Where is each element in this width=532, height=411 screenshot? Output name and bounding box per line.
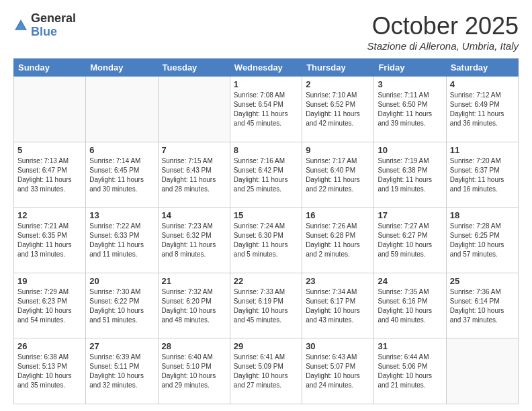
day-number: 9 — [306, 145, 370, 155]
day-info: Sunrise: 7:27 AM Sunset: 6:27 PM Dayligh… — [378, 222, 442, 259]
day-info: Sunrise: 7:33 AM Sunset: 6:19 PM Dayligh… — [234, 287, 298, 325]
day-number: 31 — [378, 341, 442, 351]
day-info: Sunrise: 7:21 AM Sunset: 6:35 PM Dayligh… — [17, 222, 82, 259]
day-number: 23 — [306, 276, 370, 286]
logo-blue: Blue — [31, 25, 57, 38]
day-cell: 25Sunrise: 7:36 AM Sunset: 6:14 PM Dayli… — [446, 273, 518, 338]
day-cell: 22Sunrise: 7:33 AM Sunset: 6:19 PM Dayli… — [230, 273, 302, 338]
header: General Blue October 2025 Stazione di Al… — [13, 12, 519, 52]
day-number: 5 — [17, 145, 82, 155]
day-info: Sunrise: 7:35 AM Sunset: 6:16 PM Dayligh… — [378, 287, 442, 325]
day-cell: 26Sunrise: 6:38 AM Sunset: 5:13 PM Dayli… — [14, 338, 86, 404]
day-number: 18 — [450, 210, 515, 220]
day-cell: 12Sunrise: 7:21 AM Sunset: 6:35 PM Dayli… — [14, 208, 86, 273]
day-cell: 17Sunrise: 7:27 AM Sunset: 6:27 PM Dayli… — [374, 208, 446, 273]
weekday-header-thursday: Thursday — [302, 59, 374, 77]
weekday-header-tuesday: Tuesday — [158, 59, 230, 77]
page: General Blue October 2025 Stazione di Al… — [0, 0, 532, 411]
day-cell: 21Sunrise: 7:32 AM Sunset: 6:20 PM Dayli… — [158, 273, 230, 338]
day-info: Sunrise: 7:28 AM Sunset: 6:25 PM Dayligh… — [450, 222, 515, 259]
day-cell: 31Sunrise: 6:44 AM Sunset: 5:06 PM Dayli… — [374, 338, 446, 404]
day-cell: 18Sunrise: 7:28 AM Sunset: 6:25 PM Dayli… — [446, 208, 518, 273]
day-info: Sunrise: 7:26 AM Sunset: 6:28 PM Dayligh… — [306, 222, 370, 259]
day-cell — [158, 77, 230, 142]
weekday-header-monday: Monday — [86, 59, 158, 77]
day-cell: 11Sunrise: 7:20 AM Sunset: 6:37 PM Dayli… — [446, 142, 518, 208]
day-number: 15 — [234, 210, 298, 220]
day-cell: 4Sunrise: 7:12 AM Sunset: 6:49 PM Daylig… — [446, 77, 518, 142]
day-number: 21 — [162, 276, 226, 286]
weekday-header-wednesday: Wednesday — [230, 59, 302, 77]
day-info: Sunrise: 6:44 AM Sunset: 5:06 PM Dayligh… — [378, 353, 442, 390]
day-number: 28 — [162, 341, 226, 351]
day-number: 7 — [162, 145, 226, 155]
day-info: Sunrise: 7:15 AM Sunset: 6:43 PM Dayligh… — [162, 156, 226, 194]
day-number: 19 — [17, 276, 82, 286]
day-info: Sunrise: 7:32 AM Sunset: 6:20 PM Dayligh… — [162, 287, 226, 325]
week-row-0: 1Sunrise: 7:08 AM Sunset: 6:54 PM Daylig… — [14, 77, 519, 142]
day-cell: 30Sunrise: 6:43 AM Sunset: 5:07 PM Dayli… — [302, 338, 374, 404]
day-number: 12 — [17, 210, 82, 220]
day-cell — [446, 338, 518, 404]
day-cell: 10Sunrise: 7:19 AM Sunset: 6:38 PM Dayli… — [374, 142, 446, 208]
day-info: Sunrise: 7:34 AM Sunset: 6:17 PM Dayligh… — [306, 287, 370, 325]
day-info: Sunrise: 7:11 AM Sunset: 6:50 PM Dayligh… — [378, 91, 442, 128]
day-info: Sunrise: 7:12 AM Sunset: 6:49 PM Dayligh… — [450, 91, 515, 128]
day-number: 3 — [378, 79, 442, 89]
weekday-header-row: SundayMondayTuesdayWednesdayThursdayFrid… — [14, 59, 519, 77]
title-block: October 2025 Stazione di Allerona, Umbri… — [367, 12, 519, 52]
day-info: Sunrise: 6:38 AM Sunset: 5:13 PM Dayligh… — [17, 353, 82, 390]
day-number: 17 — [378, 210, 442, 220]
day-number: 2 — [306, 79, 370, 89]
day-info: Sunrise: 7:17 AM Sunset: 6:40 PM Dayligh… — [306, 156, 370, 194]
day-cell: 5Sunrise: 7:13 AM Sunset: 6:47 PM Daylig… — [14, 142, 86, 208]
day-info: Sunrise: 6:40 AM Sunset: 5:10 PM Dayligh… — [162, 353, 226, 390]
calendar-table: SundayMondayTuesdayWednesdayThursdayFrid… — [13, 58, 519, 404]
day-info: Sunrise: 7:16 AM Sunset: 6:42 PM Dayligh… — [234, 156, 298, 194]
day-info: Sunrise: 7:19 AM Sunset: 6:38 PM Dayligh… — [378, 156, 442, 194]
day-cell: 20Sunrise: 7:30 AM Sunset: 6:22 PM Dayli… — [86, 273, 158, 338]
day-cell: 19Sunrise: 7:29 AM Sunset: 6:23 PM Dayli… — [14, 273, 86, 338]
weekday-header-saturday: Saturday — [446, 59, 518, 77]
day-cell: 29Sunrise: 6:41 AM Sunset: 5:09 PM Dayli… — [230, 338, 302, 404]
day-info: Sunrise: 7:23 AM Sunset: 6:32 PM Dayligh… — [162, 222, 226, 259]
day-cell: 8Sunrise: 7:16 AM Sunset: 6:42 PM Daylig… — [230, 142, 302, 208]
day-number: 26 — [17, 341, 82, 351]
day-info: Sunrise: 6:43 AM Sunset: 5:07 PM Dayligh… — [306, 353, 370, 390]
day-cell: 1Sunrise: 7:08 AM Sunset: 6:54 PM Daylig… — [230, 77, 302, 142]
day-number: 27 — [89, 341, 154, 351]
week-row-4: 26Sunrise: 6:38 AM Sunset: 5:13 PM Dayli… — [14, 338, 519, 404]
day-cell: 14Sunrise: 7:23 AM Sunset: 6:32 PM Dayli… — [158, 208, 230, 273]
day-cell: 28Sunrise: 6:40 AM Sunset: 5:10 PM Dayli… — [158, 338, 230, 404]
day-number: 30 — [306, 341, 370, 351]
day-info: Sunrise: 7:20 AM Sunset: 6:37 PM Dayligh… — [450, 156, 515, 194]
day-info: Sunrise: 7:14 AM Sunset: 6:45 PM Dayligh… — [89, 156, 154, 194]
week-row-1: 5Sunrise: 7:13 AM Sunset: 6:47 PM Daylig… — [14, 142, 519, 208]
day-number: 25 — [450, 276, 515, 286]
day-cell: 27Sunrise: 6:39 AM Sunset: 5:11 PM Dayli… — [86, 338, 158, 404]
day-info: Sunrise: 7:08 AM Sunset: 6:54 PM Dayligh… — [234, 91, 298, 128]
day-cell: 2Sunrise: 7:10 AM Sunset: 6:52 PM Daylig… — [302, 77, 374, 142]
day-cell: 3Sunrise: 7:11 AM Sunset: 6:50 PM Daylig… — [374, 77, 446, 142]
day-number: 29 — [234, 341, 298, 351]
day-number: 1 — [234, 79, 298, 89]
day-cell: 7Sunrise: 7:15 AM Sunset: 6:43 PM Daylig… — [158, 142, 230, 208]
day-cell — [14, 77, 86, 142]
day-info: Sunrise: 7:24 AM Sunset: 6:30 PM Dayligh… — [234, 222, 298, 259]
day-info: Sunrise: 6:41 AM Sunset: 5:09 PM Dayligh… — [234, 353, 298, 390]
day-number: 8 — [234, 145, 298, 155]
day-number: 22 — [234, 276, 298, 286]
day-cell: 13Sunrise: 7:22 AM Sunset: 6:33 PM Dayli… — [86, 208, 158, 273]
day-number: 20 — [89, 276, 154, 286]
day-cell: 6Sunrise: 7:14 AM Sunset: 6:45 PM Daylig… — [86, 142, 158, 208]
day-number: 10 — [378, 145, 442, 155]
day-info: Sunrise: 7:22 AM Sunset: 6:33 PM Dayligh… — [89, 222, 154, 259]
week-row-2: 12Sunrise: 7:21 AM Sunset: 6:35 PM Dayli… — [14, 208, 519, 273]
day-cell: 16Sunrise: 7:26 AM Sunset: 6:28 PM Dayli… — [302, 208, 374, 273]
day-info: Sunrise: 7:30 AM Sunset: 6:22 PM Dayligh… — [89, 287, 154, 325]
day-number: 4 — [450, 79, 515, 89]
day-number: 11 — [450, 145, 515, 155]
day-cell: 24Sunrise: 7:35 AM Sunset: 6:16 PM Dayli… — [374, 273, 446, 338]
day-number: 16 — [306, 210, 370, 220]
day-info: Sunrise: 7:10 AM Sunset: 6:52 PM Dayligh… — [306, 91, 370, 128]
